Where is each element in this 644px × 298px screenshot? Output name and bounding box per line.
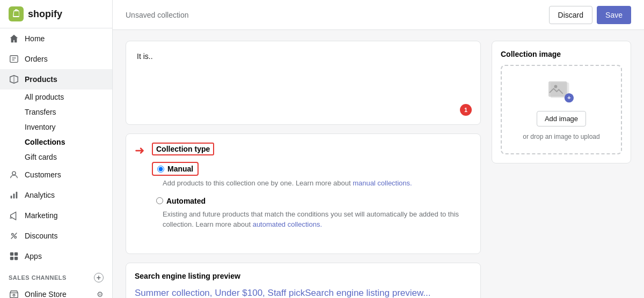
svg-rect-6 [13, 193, 15, 198]
sidebar-item-analytics[interactable]: Analytics [0, 185, 112, 205]
svg-rect-13 [10, 257, 13, 260]
manual-collections-link[interactable]: manual collections. [353, 179, 412, 187]
sidebar-logo: shopify [0, 0, 112, 28]
sidebar-item-online-store[interactable]: Online Store ⚙ [0, 285, 112, 298]
sidebar-item-marketing-label: Marketing [25, 211, 57, 220]
sidebar-item-customers-label: Customers [25, 170, 61, 179]
sidebar: shopify Home Orders Products All product… [0, 0, 113, 298]
svg-text:+: + [567, 94, 571, 101]
discard-button[interactable]: Discard [549, 6, 592, 24]
svg-rect-5 [11, 196, 12, 198]
sub-nav-gift-cards[interactable]: Gift cards [25, 150, 112, 165]
sidebar-item-orders-label: Orders [25, 55, 48, 63]
sub-nav-inventory[interactable]: Inventory [25, 120, 112, 135]
sub-nav-all-products[interactable]: All products [25, 90, 112, 105]
sidebar-item-orders[interactable]: Orders [0, 49, 112, 69]
svg-rect-7 [16, 192, 18, 199]
sidebar-item-marketing[interactable]: Marketing [0, 205, 112, 226]
orders-icon [9, 54, 19, 64]
sidebar-item-products[interactable]: Products [0, 69, 112, 90]
collection-image-card: Collection image + Add image or dr [492, 41, 631, 163]
content-area: It is.. 1 ➜ Collection type [113, 30, 644, 298]
char-count-badge: 1 [460, 104, 472, 116]
save-button[interactable]: Save [597, 6, 631, 24]
products-icon [9, 74, 19, 85]
add-sales-channel-button[interactable]: + [94, 273, 104, 282]
red-arrow-indicator: ➜ [135, 144, 144, 158]
svg-rect-0 [10, 56, 18, 63]
right-column: Collection image + Add image or dr [492, 41, 631, 287]
analytics-icon [9, 190, 19, 200]
automated-description: Existing and future products that match … [163, 209, 472, 230]
manual-description: Add products to this collection one by o… [163, 178, 472, 189]
sidebar-item-discounts-label: Discounts [25, 232, 57, 240]
sub-nav-transfers[interactable]: Transfers [25, 105, 112, 120]
image-placeholder-icon: + [548, 79, 574, 105]
description-textarea[interactable]: It is.. [135, 50, 472, 98]
svg-point-9 [14, 236, 17, 239]
sub-nav-collections[interactable]: Collections [25, 135, 112, 150]
topbar-actions: Discard Save [549, 6, 631, 24]
seo-link[interactable]: Summer collection, Under $100, Staff pic… [135, 288, 431, 298]
add-image-button[interactable]: Add image [537, 111, 586, 126]
manual-radio[interactable] [157, 166, 164, 173]
seo-card-title: Search engine listing preview [135, 272, 472, 280]
shopify-logo-icon [9, 6, 24, 21]
marketing-icon [9, 210, 19, 221]
shopify-text: shopify [28, 9, 62, 20]
online-store-icon [9, 289, 19, 298]
sales-channels-header: SALES CHANNELS + [0, 266, 112, 285]
sidebar-item-home-label: Home [25, 34, 45, 43]
svg-rect-14 [14, 257, 18, 260]
online-store-settings-icon[interactable]: ⚙ [97, 290, 104, 298]
seo-card: Search engine listing preview Summer col… [126, 263, 481, 299]
image-upload-box[interactable]: + Add image or drop an image to upload [501, 65, 622, 154]
collection-type-card: ➜ Collection type Manual [126, 133, 481, 254]
sidebar-item-home[interactable]: Home [0, 28, 112, 49]
svg-point-4 [12, 172, 16, 175]
collection-type-title: Collection type [156, 145, 210, 153]
svg-rect-18 [548, 81, 567, 97]
sidebar-item-products-label: Products [25, 75, 57, 84]
svg-rect-11 [10, 252, 13, 256]
svg-point-8 [12, 234, 14, 236]
seo-link-title: Summer collection, Under $100, Staff pic… [135, 287, 472, 299]
automated-collections-link[interactable]: automated collections. [253, 220, 322, 228]
automated-label[interactable]: Automated [166, 197, 206, 205]
sidebar-nav: Home Orders Products All products Transf… [0, 28, 112, 298]
sidebar-item-apps[interactable]: Apps [0, 246, 112, 266]
automated-radio[interactable] [156, 197, 163, 204]
sidebar-item-discounts[interactable]: Discounts [0, 226, 112, 246]
sidebar-item-customers[interactable]: Customers [0, 165, 112, 185]
left-column: It is.. 1 ➜ Collection type [126, 41, 481, 287]
sales-channels-label: SALES CHANNELS [9, 274, 67, 281]
customers-icon [9, 169, 19, 180]
svg-rect-12 [14, 252, 18, 256]
svg-point-15 [13, 294, 15, 296]
topbar: Unsaved collection Discard Save [113, 0, 644, 30]
manual-label[interactable]: Manual [167, 165, 193, 173]
page-title: Unsaved collection [126, 11, 189, 19]
apps-icon [9, 251, 19, 262]
discounts-icon [9, 230, 19, 241]
main-area: Unsaved collection Discard Save It is.. … [113, 0, 644, 298]
collection-image-title: Collection image [501, 50, 622, 58]
description-card: It is.. 1 [126, 41, 481, 125]
online-store-label: Online Store [25, 290, 91, 298]
upload-hint: or drop an image to upload [523, 133, 599, 140]
products-sub-nav: All products Transfers Inventory Collect… [0, 90, 112, 165]
sidebar-item-analytics-label: Analytics [25, 191, 55, 199]
svg-point-21 [554, 85, 558, 88]
home-icon [9, 33, 19, 44]
sidebar-item-apps-label: Apps [25, 252, 42, 260]
